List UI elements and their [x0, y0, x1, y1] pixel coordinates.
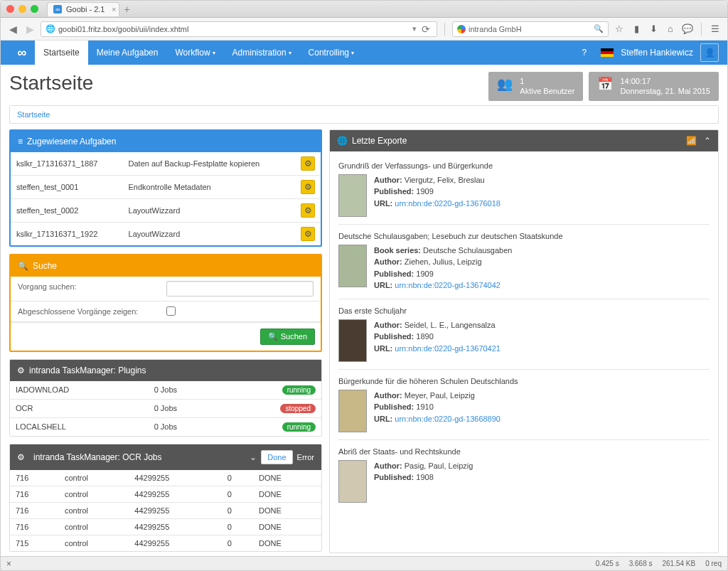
export-title: Das erste Schuljahr	[338, 306, 710, 315]
user-avatar-icon[interactable]: 👤	[700, 43, 719, 62]
error-filter-link[interactable]: Error	[297, 453, 314, 461]
nav-meine-aufgaben[interactable]: Meine Aufgaben	[88, 41, 167, 65]
pocket-icon[interactable]: ▮	[630, 23, 643, 34]
current-time: 14:00:17	[620, 76, 710, 86]
status-req: 0 req	[705, 560, 722, 567]
export-item: Deutsche Schulausgaben; Lesebuch zur deu…	[338, 225, 710, 299]
gear-icon: ⚙	[17, 452, 25, 462]
user-name[interactable]: Steffen Hankiewicz	[621, 48, 693, 58]
table-row: kslkr_171316371_1887Daten auf Backup-Fes…	[11, 152, 321, 176]
nav-workflow[interactable]: Workflow▾	[166, 41, 223, 65]
table-row: OCR0 Jobsstopped	[10, 399, 321, 417]
plugin-jobs: 0 Jobs	[149, 399, 222, 417]
window-titlebar: ∞ Goobi - 2.1 × +	[1, 1, 727, 18]
calendar-icon: 📅	[597, 76, 613, 97]
plugin-jobs: 0 Jobs	[149, 417, 222, 436]
collapse-icon[interactable]: ⌃	[704, 136, 711, 146]
reload-icon[interactable]: ⟳	[419, 23, 432, 35]
plugin-name: OCR	[10, 399, 149, 417]
close-icon[interactable]: ×	[6, 559, 11, 569]
search-button[interactable]: 🔍 Suchen	[260, 329, 315, 345]
task-action-button[interactable]: ⚙	[301, 156, 315, 171]
task-id: steffen_test_0001	[11, 175, 123, 198]
window-minimize-icon[interactable]	[18, 5, 26, 13]
closed-checkbox[interactable]	[166, 306, 176, 316]
back-icon[interactable]: ◀	[6, 23, 19, 35]
search-engine-input[interactable]: intranda GmbH 🔍	[452, 21, 609, 37]
table-row: steffen_test_0002LayoutWizzard⚙	[11, 198, 321, 222]
export-item: Das erste Schuljahr Author: Seidel, L. E…	[338, 299, 710, 370]
breadcrumb-link[interactable]: Startseite	[17, 110, 50, 119]
status-size: 261.54 KB	[662, 560, 695, 567]
window-maximize-icon[interactable]	[31, 5, 38, 13]
table-row: LOCALSHELL0 Jobsrunning	[10, 417, 321, 436]
bookmark-icon[interactable]: ☆	[613, 23, 626, 34]
export-url-link[interactable]: urn:nbn:de:0220-gd-13676018	[395, 199, 500, 208]
search-icon[interactable]: 🔍	[594, 24, 604, 33]
task-id: kslkr_171316371_1922	[11, 222, 123, 245]
nav-administration[interactable]: Administration▾	[224, 41, 300, 65]
users-icon: 👥	[497, 76, 513, 97]
thumbnail-icon	[338, 460, 367, 503]
new-tab-icon[interactable]: +	[124, 4, 129, 15]
status-bar: × 0.425 s 3.668 s 261.54 KB 0 req	[1, 556, 727, 570]
task-id: kslkr_171316371_1887	[11, 152, 123, 176]
export-item: Bürgerkunde für die höheren Schulen Deut…	[338, 370, 710, 440]
rss-icon[interactable]: 📶	[686, 136, 697, 146]
thumbnail-icon	[338, 390, 367, 432]
window-close-icon[interactable]	[6, 5, 14, 13]
app-logo-icon[interactable]: ∞	[9, 43, 35, 63]
table-row: IADOWNLOAD0 Jobsrunning	[10, 381, 321, 400]
chat-icon[interactable]: 💬	[681, 23, 694, 34]
thumbnail-icon	[338, 174, 367, 217]
plugin-name: IADOWNLOAD	[10, 381, 149, 400]
downloads-icon[interactable]: ⬇	[647, 23, 660, 34]
task-action-button[interactable]: ⚙	[301, 203, 315, 218]
panel-title: Suche	[33, 261, 57, 271]
search-label: Vorgang suchen:	[11, 277, 159, 301]
active-users-count: 1	[520, 76, 574, 86]
plugin-name: LOCALSHELL	[10, 417, 149, 436]
active-users-label: Aktive Benutzer	[520, 86, 574, 96]
table-row: 716control442992550DONE	[10, 518, 321, 535]
task-action-button[interactable]: ⚙	[301, 180, 315, 194]
nav-startseite[interactable]: Startseite	[35, 41, 88, 65]
export-url-link[interactable]: urn:nbn:de:0220-gd-13668890	[395, 415, 500, 423]
url-toolbar: ◀ ▶ 🌐 goobi01.fritz.box/goobi/uii/index.…	[1, 18, 727, 41]
list-icon: ≡	[18, 137, 23, 146]
nav-controlling[interactable]: Controlling▾	[300, 41, 363, 65]
menu-icon[interactable]: ☰	[709, 23, 722, 34]
export-url-link[interactable]: urn:nbn:de:0220-gd-13674042	[395, 281, 500, 289]
panel-title: intranda TaskManager: OCR Jobs	[33, 452, 162, 462]
status-total: 3.668 s	[629, 560, 653, 567]
assigned-tasks-panel: ≡ Zugewiesene Aufgaben kslkr_171316371_1…	[9, 129, 322, 247]
browser-tab[interactable]: ∞ Goobi - 2.1 ×	[47, 2, 119, 16]
export-url-link[interactable]: urn:nbn:de:0220-gd-13670421	[395, 344, 500, 353]
tab-close-icon[interactable]: ×	[112, 5, 116, 14]
language-flag-icon[interactable]	[601, 48, 614, 57]
chevron-down-icon[interactable]: ⌄	[250, 452, 257, 462]
dropdown-icon[interactable]: ▾	[412, 24, 417, 33]
status-filter-dropdown[interactable]: Done	[261, 450, 292, 464]
table-row: 715control442992550DONE	[10, 535, 321, 551]
taskmanager-plugins-panel: ⚙ intranda TaskManager: Plugins IADOWNLO…	[9, 359, 322, 437]
thumbnail-icon	[338, 319, 367, 362]
task-name: LayoutWizzard	[123, 222, 295, 245]
plugin-jobs: 0 Jobs	[149, 381, 222, 400]
table-row: steffen_test_0001Endkontrolle Metadaten⚙	[11, 175, 321, 198]
help-icon[interactable]: ?	[574, 48, 594, 58]
search-placeholder: intranda GmbH	[469, 25, 522, 33]
status-badge: stopped	[280, 404, 316, 413]
datetime-widget: 📅 14:00:17 Donnerstag, 21. Mai 2015	[589, 72, 719, 101]
panel-title: intranda TaskManager: Plugins	[29, 365, 146, 375]
app-navbar: ∞ Startseite Meine Aufgaben Workflow▾ Ad…	[1, 41, 727, 65]
address-input[interactable]: 🌐 goobi01.fritz.box/goobi/uii/index.xhtm…	[41, 21, 437, 37]
panel-title: Letzte Exporte	[352, 136, 407, 146]
home-icon[interactable]: ⌂	[664, 23, 677, 34]
status-badge: running	[282, 385, 316, 395]
export-item: Abriß der Staats- und Rechtskunde Author…	[338, 440, 710, 510]
search-input[interactable]	[166, 281, 314, 297]
panel-title: Zugewiesene Aufgaben	[27, 137, 116, 146]
breadcrumb: Startseite	[9, 105, 719, 124]
task-action-button[interactable]: ⚙	[301, 227, 315, 241]
